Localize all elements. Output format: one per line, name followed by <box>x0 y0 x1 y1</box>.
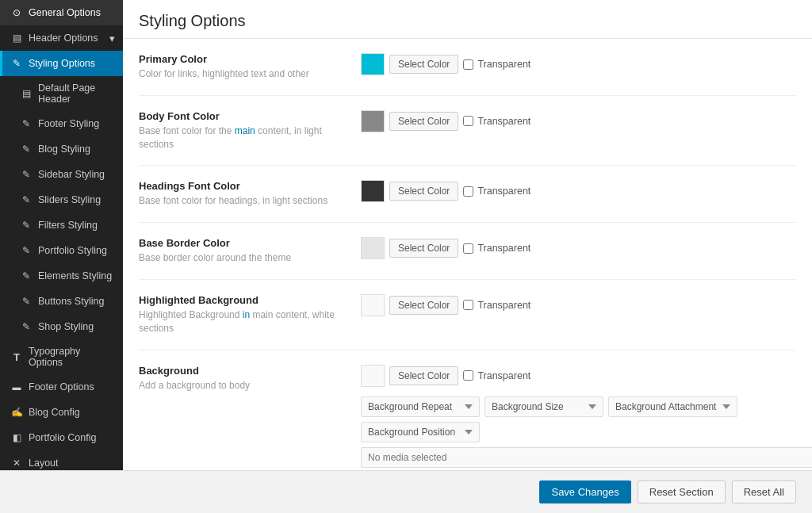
main-content: Styling Options Primary ColorColor for l… <box>123 0 812 470</box>
transparent-label-base-border-color[interactable]: Transparent <box>463 243 530 254</box>
sidebar-item-label: General Options <box>29 7 115 18</box>
icon-brush-icon <box>20 295 33 308</box>
option-controls-highlighted-background: Select Color Transparent <box>361 294 530 316</box>
option-row-background: BackgroundAdd a background to bodySelect… <box>139 350 796 470</box>
option-row-headings-font-color: Headings Font ColorBase font color for h… <box>139 166 796 223</box>
sidebar-item-general-options[interactable]: General Options <box>0 0 123 25</box>
option-title-highlighted-background: Highlighted Background <box>139 294 345 306</box>
bg-select-bg-size[interactable]: Background SizeAutoCoverContain <box>485 396 603 417</box>
transparent-label-body-font-color[interactable]: Transparent <box>463 116 530 127</box>
option-row-body-font-color: Body Font ColorBase font color for the m… <box>139 96 796 167</box>
sidebar-item-label: Header Options <box>29 33 104 44</box>
select-color-btn-highlighted-background[interactable]: Select Color <box>389 296 458 315</box>
transparent-checkbox-highlighted-background[interactable] <box>463 300 473 310</box>
option-desc-base-border-color: Base border color around the theme <box>139 251 345 265</box>
bg-select-bg-attachment[interactable]: Background AttachmentScrollFixedLocal <box>608 396 737 417</box>
transparent-label-highlighted-background[interactable]: Transparent <box>463 300 530 311</box>
color-swatch-base-border-color[interactable] <box>361 237 385 259</box>
option-row-base-border-color: Base Border ColorBase border color aroun… <box>139 223 796 280</box>
color-swatch-headings-font-color[interactable] <box>361 180 385 202</box>
sidebar: General OptionsHeader Options▾Styling Op… <box>0 0 123 470</box>
sidebar-item-label: Elements Styling <box>38 270 115 281</box>
sidebar-item-blog-config[interactable]: Blog Config <box>0 400 123 425</box>
transparent-checkbox-primary-color[interactable] <box>463 59 473 70</box>
option-title-base-border-color: Base Border Color <box>139 237 345 249</box>
option-label-col-background: BackgroundAdd a background to body <box>139 365 345 392</box>
option-controls-primary-color: Select Color Transparent <box>361 53 530 75</box>
icon-brush-icon <box>20 193 33 206</box>
transparent-checkbox-background[interactable] <box>463 370 473 381</box>
option-row-primary-color: Primary ColorColor for links, highlighte… <box>139 39 796 96</box>
sidebar-item-label: Typography Options <box>29 346 115 368</box>
select-color-btn-primary-color[interactable]: Select Color <box>389 55 458 74</box>
page-title: Styling Options <box>139 12 796 30</box>
color-swatch-primary-color[interactable] <box>361 53 385 75</box>
icon-footer-icon <box>10 381 23 393</box>
sidebar-item-typography-options[interactable]: Typography Options <box>0 339 123 374</box>
sidebar-item-label: Footer Styling <box>38 118 115 129</box>
option-controls-base-border-color: Select Color Transparent <box>361 237 530 259</box>
sidebar-item-label: Portfolio Config <box>29 432 115 443</box>
sidebar-item-label: Styling Options <box>29 58 115 69</box>
bg-select-bg-repeat[interactable]: Background RepeatNo RepeatRepeatRepeat-X… <box>361 396 480 417</box>
sidebar-item-sidebar-styling[interactable]: Sidebar Styling <box>0 162 123 187</box>
transparent-label-primary-color[interactable]: Transparent <box>463 59 530 70</box>
sidebar-item-label: Footer Options <box>29 381 115 392</box>
sidebar-item-portfolio-config[interactable]: Portfolio Config <box>0 425 123 450</box>
color-row-body-font-color: Select Color Transparent <box>361 110 530 132</box>
icon-config-icon <box>10 431 23 444</box>
transparent-label-headings-font-color[interactable]: Transparent <box>463 186 530 197</box>
icon-brush-icon <box>20 219 33 232</box>
reset-all-button[interactable]: Reset All <box>732 480 796 503</box>
sidebar-item-header-options[interactable]: Header Options▾ <box>0 25 123 51</box>
save-changes-button[interactable]: Save Changes <box>539 480 630 503</box>
color-row-background: Select Color Transparent <box>361 365 530 387</box>
color-swatch-highlighted-background[interactable] <box>361 294 385 316</box>
select-color-btn-body-font-color[interactable]: Select Color <box>389 112 458 131</box>
sidebar-item-shop-styling[interactable]: Shop Styling <box>0 314 123 339</box>
options-container: Primary ColorColor for links, highlighte… <box>123 39 812 470</box>
reset-section-button[interactable]: Reset Section <box>638 480 726 503</box>
icon-brush-icon <box>20 168 33 181</box>
color-swatch-body-font-color[interactable] <box>361 110 385 132</box>
sidebar-item-buttons-styling[interactable]: Buttons Styling <box>0 289 123 314</box>
no-media-input <box>361 447 812 468</box>
sidebar-item-filters-styling[interactable]: Filters Styling <box>0 212 123 238</box>
sidebar-item-layout[interactable]: Layout <box>0 450 123 470</box>
sidebar-item-portfolio-styling[interactable]: Portfolio Styling <box>0 238 123 263</box>
sidebar-item-footer-options[interactable]: Footer Options <box>0 374 123 400</box>
sidebar-item-elements-styling[interactable]: Elements Styling <box>0 263 123 289</box>
bg-select-position[interactable]: Background PositionLeft TopLeft CenterLe… <box>361 422 480 442</box>
color-row-base-border-color: Select Color Transparent <box>361 237 530 259</box>
option-label-col-headings-font-color: Headings Font ColorBase font color for h… <box>139 180 345 208</box>
transparent-checkbox-headings-font-color[interactable] <box>463 186 473 197</box>
transparent-label-background[interactable]: Transparent <box>463 370 530 381</box>
icon-header-icon <box>20 87 33 100</box>
icon-brush-icon <box>20 143 33 155</box>
chevron-down-icon: ▾ <box>109 33 115 44</box>
icon-brush-icon <box>20 270 33 282</box>
select-color-btn-base-border-color[interactable]: Select Color <box>389 239 458 258</box>
icon-brush-icon <box>10 57 23 70</box>
sidebar-item-label: Sliders Styling <box>38 194 115 205</box>
icon-general-icon <box>10 6 23 19</box>
icon-blog-icon <box>10 406 23 419</box>
icon-brush-icon <box>20 117 33 130</box>
sidebar-item-footer-styling[interactable]: Footer Styling <box>0 111 123 136</box>
sidebar-item-styling-options[interactable]: Styling Options <box>0 51 123 76</box>
transparent-checkbox-base-border-color[interactable] <box>463 243 473 254</box>
sidebar-item-blog-styling[interactable]: Blog Styling <box>0 136 123 162</box>
sidebar-item-default-page-header[interactable]: Default Page Header <box>0 76 123 111</box>
select-color-btn-background[interactable]: Select Color <box>389 366 458 385</box>
option-controls-headings-font-color: Select Color Transparent <box>361 180 530 202</box>
sidebar-item-sliders-styling[interactable]: Sliders Styling <box>0 187 123 212</box>
sidebar-item-label: Buttons Styling <box>38 296 115 307</box>
color-swatch-background[interactable] <box>361 365 385 387</box>
option-desc-body-font-color: Base font color for the main content, in… <box>139 124 345 151</box>
transparent-checkbox-body-font-color[interactable] <box>463 116 473 126</box>
select-color-btn-headings-font-color[interactable]: Select Color <box>389 182 458 201</box>
sidebar-item-label: Layout <box>29 457 115 469</box>
icon-typography-icon <box>10 350 23 363</box>
option-title-primary-color: Primary Color <box>139 53 345 65</box>
option-label-col-body-font-color: Body Font ColorBase font color for the m… <box>139 110 345 151</box>
